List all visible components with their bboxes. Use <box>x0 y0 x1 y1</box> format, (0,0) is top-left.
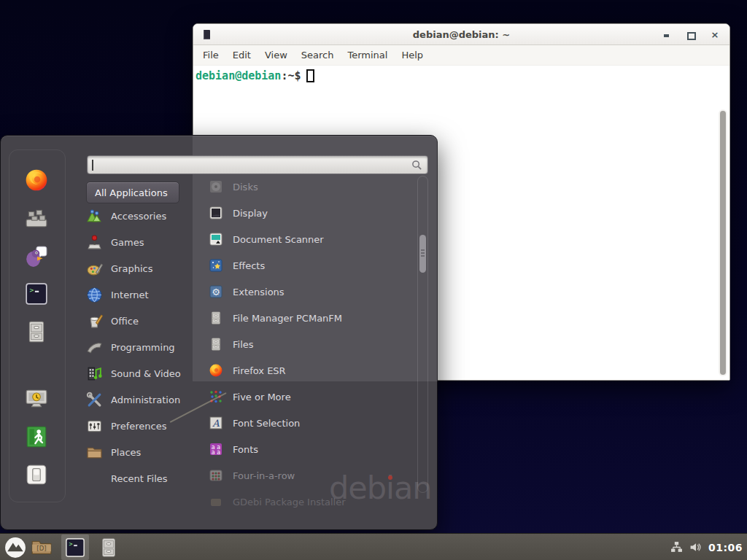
category-label: Places <box>111 447 141 458</box>
app-four-in-a-row[interactable]: Four-in-a-row <box>209 462 416 489</box>
category-places[interactable]: Places <box>86 439 201 465</box>
app-display[interactable]: Display <box>209 200 416 226</box>
minimize-button[interactable] <box>662 31 671 39</box>
sound-video-icon <box>86 365 103 382</box>
menu-button[interactable] <box>4 537 26 559</box>
category-sound-video[interactable]: Sound & Video <box>86 360 201 386</box>
menu-view[interactable]: View <box>265 50 287 61</box>
search-icon <box>411 160 422 171</box>
app-file-manager-pcmanfm[interactable]: File Manager PCManFM <box>209 305 416 331</box>
category-label: Internet <box>111 289 149 300</box>
favorite-logout[interactable] <box>24 424 49 449</box>
terminal-task-button[interactable]: > <box>64 537 86 559</box>
app-font-selection[interactable]: A Font Selection <box>209 410 416 436</box>
app-label: Extensions <box>233 287 285 298</box>
terminal-menubar: File Edit View Search Terminal Help <box>193 45 729 66</box>
terminal-icon: > <box>24 281 49 306</box>
app-label: Disks <box>233 182 258 192</box>
category-graphics[interactable]: Graphics <box>86 255 201 281</box>
folder-label: [D] <box>36 545 46 552</box>
category-label: Sound & Video <box>111 368 181 379</box>
volume-icon[interactable] <box>689 541 702 553</box>
extensions-icon: ⚙ <box>209 284 223 299</box>
menu-help[interactable]: Help <box>401 50 423 61</box>
maximize-button[interactable] <box>686 31 695 39</box>
favorite-screensaver[interactable] <box>24 386 49 411</box>
network-icon[interactable] <box>670 541 683 553</box>
category-internet[interactable]: Internet <box>86 281 201 308</box>
package-manager-icon <box>24 206 49 230</box>
terminal-scrollbar[interactable] <box>719 109 727 376</box>
favorite-firefox[interactable] <box>24 168 49 192</box>
favorite-file-cabinet[interactable] <box>24 319 49 344</box>
menu-edit[interactable]: Edit <box>233 50 251 61</box>
favorite-package-manager[interactable] <box>24 206 49 230</box>
category-all-applications[interactable]: All Applications <box>86 182 179 203</box>
firefox-icon <box>209 363 223 378</box>
close-button[interactable]: × <box>711 31 719 39</box>
category-label: Office <box>111 316 139 327</box>
accessories-icon <box>86 208 103 225</box>
app-label: Fonts <box>233 444 258 455</box>
app-firefox-esr[interactable]: Firefox ESR <box>209 357 416 384</box>
category-programming[interactable]: Programming <box>86 334 201 360</box>
folder-icon: [D] <box>31 537 53 559</box>
app-label: Effects <box>233 260 265 271</box>
file-cabinet-icon <box>209 311 223 325</box>
gdebi-icon <box>209 494 223 509</box>
favorite-shutdown[interactable] <box>24 462 49 487</box>
menu-search[interactable]: Search <box>301 50 334 61</box>
shell-prompt: debian@debian:~$ <box>196 69 314 82</box>
category-accessories[interactable]: Accessories <box>86 203 201 229</box>
administration-icon <box>86 392 103 408</box>
terminal-scrollbar-thumb[interactable] <box>720 111 726 375</box>
file-manager-launcher[interactable]: [D] <box>31 537 53 559</box>
category-label: Graphics <box>111 263 152 274</box>
file-cabinet-launcher[interactable] <box>98 537 120 559</box>
search-input[interactable] <box>93 158 406 172</box>
display-icon <box>209 206 223 220</box>
category-office[interactable]: Office <box>86 308 201 334</box>
category-games[interactable]: Games <box>86 229 201 255</box>
app-disks[interactable]: Disks <box>209 174 416 200</box>
svg-text:>: > <box>29 286 34 294</box>
app-label: Five or More <box>233 392 291 402</box>
menu-file[interactable]: File <box>203 50 219 61</box>
app-label: Firefox ESR <box>233 365 286 376</box>
games-icon <box>86 234 103 251</box>
app-label: Document Scanner <box>233 234 324 245</box>
firefox-icon <box>24 168 49 192</box>
category-recent-files[interactable]: Recent Files <box>86 465 201 491</box>
favorite-terminal[interactable]: > <box>24 281 49 306</box>
programming-icon <box>86 339 103 356</box>
svg-text:>: > <box>69 540 73 548</box>
graphics-icon <box>86 260 103 277</box>
app-files[interactable]: Files <box>209 331 416 357</box>
app-list-scrollbar-thumb[interactable] <box>419 235 426 273</box>
app-fonts[interactable]: a a a a Fonts <box>209 436 416 462</box>
distro-logo-icon <box>4 537 26 559</box>
category-label: Programming <box>111 342 175 353</box>
terminal-titlebar[interactable]: debian@debian: ~ × <box>193 24 729 45</box>
desktop: debian@debian: ~ × File Edit View Search… <box>0 0 747 560</box>
app-list-scrollbar[interactable] <box>417 176 428 493</box>
app-five-or-more[interactable]: Five or More <box>209 384 416 410</box>
category-administration[interactable]: Administration <box>86 386 201 413</box>
shutdown-icon <box>24 462 49 487</box>
logout-icon <box>24 424 49 449</box>
app-gdebi-package-installer[interactable]: GDebi Package Installer <box>209 489 416 515</box>
category-preferences[interactable]: Preferences <box>86 413 201 439</box>
app-label: Font Selection <box>233 418 300 429</box>
app-document-scanner[interactable]: Document Scanner <box>209 226 416 252</box>
clock[interactable]: 01:06 <box>708 542 743 553</box>
app-extensions[interactable]: ⚙ Extensions <box>209 279 416 305</box>
menu-terminal[interactable]: Terminal <box>347 50 387 61</box>
terminal-icon: > <box>64 537 86 559</box>
favorite-pidgin[interactable] <box>24 244 49 268</box>
prompt-user: debian@debian <box>196 69 281 82</box>
file-cabinet-icon <box>98 537 120 559</box>
preferences-icon <box>86 418 103 435</box>
category-label: Administration <box>111 394 180 405</box>
app-effects[interactable]: Effects <box>209 252 416 279</box>
screensaver-icon <box>24 386 49 411</box>
